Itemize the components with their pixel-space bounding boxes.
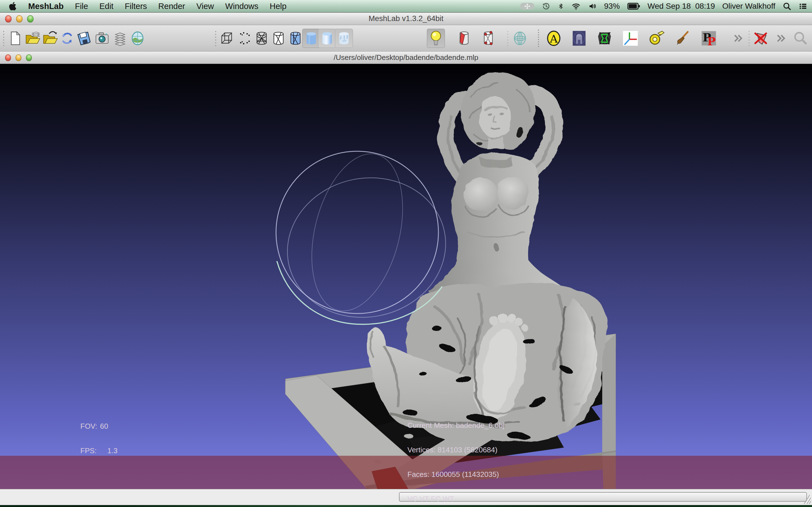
reload-button[interactable] <box>58 29 76 48</box>
points-button[interactable] <box>235 29 253 48</box>
new-document-icon <box>7 30 23 47</box>
show-info-button[interactable] <box>129 29 147 48</box>
flat-lines-button[interactable] <box>287 29 305 48</box>
menu-view[interactable]: View <box>196 2 214 11</box>
statue-chest <box>464 177 498 212</box>
search-button[interactable] <box>791 29 809 48</box>
spotlight-search-icon[interactable] <box>783 2 791 10</box>
globe-info-icon <box>130 30 146 47</box>
chevron-right-icon-2 <box>774 33 787 44</box>
menu-render[interactable]: Render <box>158 2 185 11</box>
delete-selection-button[interactable] <box>752 29 770 48</box>
menu-user-name[interactable]: Oliver Walkhoff <box>722 2 775 11</box>
main-toolbar: A PP <box>0 25 812 52</box>
paint-brush-button[interactable] <box>673 29 691 48</box>
hud-camera-info: FOV:60 FPS:1.3 <box>80 406 117 471</box>
fps-value: 1.3 <box>107 446 117 455</box>
hidden-lines-button[interactable] <box>269 29 288 48</box>
faces-label: Faces: 1600055 (11432035) <box>407 470 504 478</box>
desktop: { "menu_bar": { "app_name": "MeshLab", "… <box>0 0 812 507</box>
layers-button[interactable] <box>111 29 129 48</box>
paint-brush-icon <box>674 30 690 47</box>
save-icon <box>76 30 92 47</box>
pp-tool-button[interactable]: PP <box>700 29 718 48</box>
wireframe-cylinder-icon <box>254 30 269 47</box>
flat-shading-button[interactable] <box>302 29 320 48</box>
window-title-bar[interactable]: MeshLab v1.3.2_64bit <box>0 13 812 25</box>
reload-icon <box>59 30 75 47</box>
toolbar-grip-handle-4[interactable] <box>748 30 751 47</box>
meshlab-logo-button[interactable] <box>570 29 588 48</box>
open-mesh-button[interactable] <box>41 29 59 48</box>
toolbar-grip-handle-3[interactable] <box>506 30 509 47</box>
battery-percent: 93% <box>604 2 620 11</box>
flat-cylinder-icon <box>303 30 319 47</box>
bounding-box-icon <box>219 30 235 47</box>
texture-cylinder-icon <box>336 30 352 47</box>
open-project-button[interactable] <box>24 29 42 48</box>
menu-clock[interactable]: Wed Sep 18 08:19 <box>648 2 715 11</box>
fps-label: FPS: <box>80 446 97 455</box>
toolbar-overflow-chevron[interactable] <box>731 29 745 48</box>
open-mesh-icon <box>42 30 58 47</box>
bluetooth-icon[interactable] <box>558 2 564 10</box>
apple-menu-icon[interactable] <box>8 1 17 11</box>
menu-extra-pill-icon[interactable] <box>520 3 535 10</box>
save-button[interactable] <box>75 29 93 48</box>
selected-faces-button[interactable] <box>455 29 473 48</box>
pp-icon: PP <box>701 30 717 47</box>
wireframe-button[interactable] <box>253 29 271 48</box>
time-machine-icon[interactable] <box>542 2 550 10</box>
snapshot-button[interactable] <box>93 29 111 48</box>
letter-a-icon: A <box>546 30 562 47</box>
resize-grip[interactable] <box>801 493 811 504</box>
flat-lines-cylinder-icon <box>288 30 303 47</box>
statue-mesh[interactable] <box>367 72 608 463</box>
toolbar-grip-handle[interactable] <box>2 30 5 47</box>
points-icon <box>236 30 252 47</box>
trackball-button[interactable] <box>511 29 529 48</box>
document-title-bar[interactable]: /Users/oliver/Desktop/badende/badende.ml… <box>0 52 812 64</box>
notification-center-icon[interactable] <box>799 2 808 10</box>
selected-vertices-button[interactable] <box>479 29 497 48</box>
snapshot-camera-icon <box>94 30 110 47</box>
menu-file[interactable]: File <box>75 2 88 11</box>
fov-value: 60 <box>100 422 108 431</box>
fov-label: FOV: <box>80 422 97 431</box>
window-title: MeshLab v1.3.2_64bit <box>0 13 812 25</box>
window-bottom-strip <box>0 489 812 505</box>
hud-overlay-bar <box>0 456 812 489</box>
3d-viewport[interactable] <box>0 64 812 489</box>
trackball-globe-icon <box>512 30 528 47</box>
menu-app-name[interactable]: MeshLab <box>28 2 64 11</box>
menu-help[interactable]: Help <box>269 2 287 11</box>
svg-text:P: P <box>707 35 716 47</box>
new-document-button[interactable] <box>6 29 24 48</box>
battery-icon[interactable] <box>627 2 640 10</box>
menu-windows[interactable]: Windows <box>225 2 259 11</box>
measure-tape-button[interactable] <box>648 29 666 48</box>
menu-edit[interactable]: Edit <box>99 2 113 11</box>
light-toggle-button[interactable] <box>427 29 445 48</box>
smooth-shading-button[interactable] <box>318 29 336 48</box>
mesh-render <box>0 64 812 489</box>
axes-button[interactable] <box>621 29 640 48</box>
toolbar-separator <box>538 30 539 47</box>
toolbar-overflow-chevron-2[interactable] <box>774 29 788 48</box>
document-path: /Users/oliver/Desktop/badende/badende.ml… <box>0 52 812 64</box>
smooth-cylinder-icon <box>319 30 335 47</box>
menu-filters[interactable]: Filters <box>124 2 147 11</box>
volume-icon[interactable] <box>588 2 597 10</box>
search-magnifier-icon <box>792 30 808 47</box>
meshlab-window: MeshLab v1.3.2_64bit A <box>0 12 812 505</box>
toolbar-grip-handle-2[interactable] <box>214 30 217 47</box>
quality-mapper-button[interactable] <box>596 29 613 48</box>
hidden-lines-cylinder-icon <box>271 30 287 47</box>
text-annotation-button[interactable]: A <box>545 29 563 48</box>
bounding-box-button[interactable] <box>218 29 236 48</box>
wifi-icon[interactable] <box>571 2 581 10</box>
open-project-icon <box>24 30 41 47</box>
measure-tape-icon <box>649 30 665 47</box>
light-bulb-icon <box>428 30 444 47</box>
texture-button[interactable] <box>335 29 353 48</box>
